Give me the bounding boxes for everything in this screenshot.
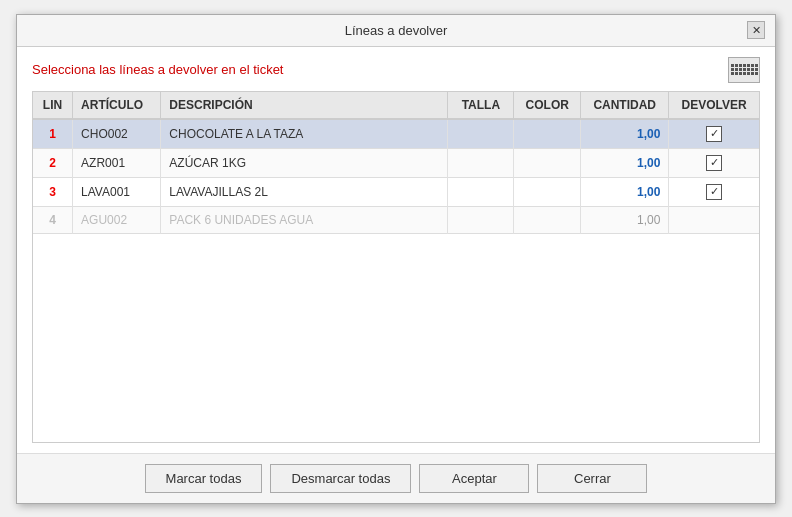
table-header-row: LIN ARTÍCULO DESCRIPCIÓN TALLA COLOR CAN… bbox=[33, 92, 759, 119]
cell-color bbox=[514, 206, 581, 233]
cell-lin: 1 bbox=[33, 119, 73, 149]
table-row[interactable]: 4 AGU002 PACK 6 UNIDADES AGUA 1,00 bbox=[33, 206, 759, 233]
cell-descripcion: LAVAVAJILLAS 2L bbox=[161, 177, 448, 206]
cell-lin: 3 bbox=[33, 177, 73, 206]
marcar-todas-button[interactable]: Marcar todas bbox=[145, 464, 263, 493]
dialog: Líneas a devolver ✕ Selecciona las línea… bbox=[16, 14, 776, 504]
desmarcar-todas-button[interactable]: Desmarcar todas bbox=[270, 464, 411, 493]
cell-articulo: AZR001 bbox=[73, 148, 161, 177]
table-container: LIN ARTÍCULO DESCRIPCIÓN TALLA COLOR CAN… bbox=[32, 91, 760, 443]
dialog-content: Selecciona las líneas a devolver en el t… bbox=[17, 47, 775, 453]
table-row[interactable]: 1 CHO002 CHOCOLATE A LA TAZA 1,00 ✓ bbox=[33, 119, 759, 149]
cell-talla bbox=[448, 148, 514, 177]
col-header-cantidad: CANTIDAD bbox=[581, 92, 669, 119]
col-header-devolver: DEVOLVER bbox=[669, 92, 759, 119]
cell-talla bbox=[448, 206, 514, 233]
cell-lin: 4 bbox=[33, 206, 73, 233]
cell-color bbox=[514, 148, 581, 177]
cell-articulo: AGU002 bbox=[73, 206, 161, 233]
cell-talla bbox=[448, 177, 514, 206]
aceptar-button[interactable]: Aceptar bbox=[419, 464, 529, 493]
cell-descripcion: PACK 6 UNIDADES AGUA bbox=[161, 206, 448, 233]
cell-cantidad: 1,00 bbox=[581, 206, 669, 233]
col-header-lin: LIN bbox=[33, 92, 73, 119]
dialog-footer: Marcar todas Desmarcar todas Aceptar Cer… bbox=[17, 453, 775, 503]
table-row[interactable]: 3 LAVA001 LAVAVAJILLAS 2L 1,00 ✓ bbox=[33, 177, 759, 206]
cell-descripcion: CHOCOLATE A LA TAZA bbox=[161, 119, 448, 149]
cell-lin: 2 bbox=[33, 148, 73, 177]
cell-devolver[interactable]: ✓ bbox=[669, 119, 759, 149]
check-icon: ✓ bbox=[706, 126, 722, 142]
table-row[interactable]: 2 AZR001 AZÚCAR 1KG 1,00 ✓ bbox=[33, 148, 759, 177]
cell-devolver[interactable]: ✓ bbox=[669, 177, 759, 206]
cell-cantidad: 1,00 bbox=[581, 119, 669, 149]
cell-devolver bbox=[669, 206, 759, 233]
cell-color bbox=[514, 119, 581, 149]
subtitle: Selecciona las líneas a devolver en el t… bbox=[32, 62, 283, 77]
cell-cantidad: 1,00 bbox=[581, 177, 669, 206]
col-header-descripcion: DESCRIPCIÓN bbox=[161, 92, 448, 119]
cell-articulo: CHO002 bbox=[73, 119, 161, 149]
cell-devolver[interactable]: ✓ bbox=[669, 148, 759, 177]
col-header-color: COLOR bbox=[514, 92, 581, 119]
cell-talla bbox=[448, 119, 514, 149]
checkbox-checked[interactable]: ✓ bbox=[677, 155, 751, 171]
col-header-articulo: ARTÍCULO bbox=[73, 92, 161, 119]
cerrar-button[interactable]: Cerrar bbox=[537, 464, 647, 493]
keyboard-button[interactable] bbox=[728, 57, 760, 83]
keyboard-icon bbox=[728, 61, 761, 78]
lines-table: LIN ARTÍCULO DESCRIPCIÓN TALLA COLOR CAN… bbox=[33, 92, 759, 234]
check-icon: ✓ bbox=[706, 184, 722, 200]
checkbox-checked[interactable]: ✓ bbox=[677, 184, 751, 200]
cell-color bbox=[514, 177, 581, 206]
header-row: Selecciona las líneas a devolver en el t… bbox=[32, 57, 760, 83]
col-header-talla: TALLA bbox=[448, 92, 514, 119]
checkbox-checked[interactable]: ✓ bbox=[677, 126, 751, 142]
table-body: 1 CHO002 CHOCOLATE A LA TAZA 1,00 ✓ 2 AZ… bbox=[33, 119, 759, 234]
dialog-title: Líneas a devolver bbox=[45, 23, 747, 38]
cell-descripcion: AZÚCAR 1KG bbox=[161, 148, 448, 177]
cell-articulo: LAVA001 bbox=[73, 177, 161, 206]
title-bar: Líneas a devolver ✕ bbox=[17, 15, 775, 47]
close-button[interactable]: ✕ bbox=[747, 21, 765, 39]
check-icon: ✓ bbox=[706, 155, 722, 171]
cell-cantidad: 1,00 bbox=[581, 148, 669, 177]
